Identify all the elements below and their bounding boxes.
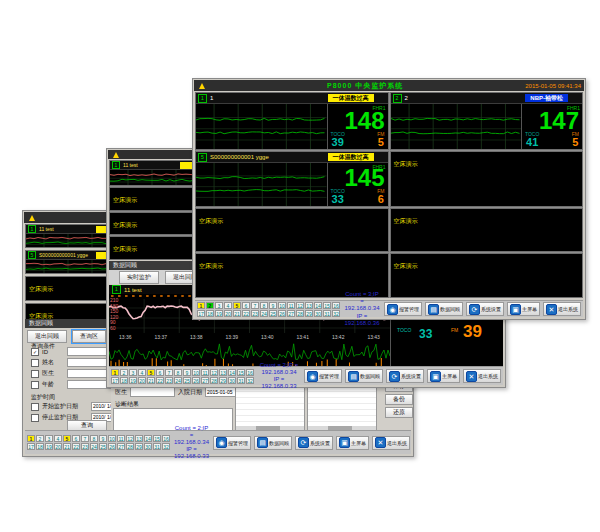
bed-select-cell-4[interactable]: 4 [224, 302, 232, 309]
start-date-checkbox[interactable] [31, 403, 39, 411]
bed-select-cell-19[interactable]: 19 [45, 443, 53, 450]
data-review-button[interactable]: ▤数据回顾 [254, 436, 292, 450]
bed-select-cell-2[interactable]: 2 [206, 302, 214, 309]
bed-select-cell-30[interactable]: 30 [144, 443, 152, 450]
bed-select-cell-9[interactable]: 9 [99, 435, 107, 442]
bed-select-cell-22[interactable]: 22 [156, 377, 164, 384]
bed-select-cell-20[interactable]: 20 [54, 443, 62, 450]
bed-select-cell-3[interactable]: 3 [129, 369, 137, 376]
bed-select-cell-26[interactable]: 26 [108, 443, 116, 450]
bed-select-cell-24[interactable]: 24 [260, 310, 268, 317]
bed-select-cell-27[interactable]: 27 [287, 310, 295, 317]
bed-select-cell-16[interactable]: 16 [332, 302, 340, 309]
bed-select-cell-3[interactable]: 3 [45, 435, 53, 442]
bed-select-cell-29[interactable]: 29 [219, 377, 227, 384]
bed-select-cell-17[interactable]: 17 [197, 310, 205, 317]
bed-select-cell-7[interactable]: 7 [251, 302, 259, 309]
system-settings-button[interactable]: ⟳系统设置 [466, 302, 504, 316]
bed-select-cell-28[interactable]: 28 [126, 443, 134, 450]
bed-select-cell-30[interactable]: 30 [314, 310, 322, 317]
bed-select-cell-1[interactable]: 1 [197, 302, 205, 309]
tab-data-review[interactable]: 数据回顾 [25, 319, 109, 328]
bed-select-cell-18[interactable]: 18 [120, 377, 128, 384]
bed-select-cell-25[interactable]: 25 [183, 377, 191, 384]
backup-button[interactable]: 备份 [385, 394, 413, 405]
bed-select-cell-29[interactable]: 29 [305, 310, 313, 317]
main-screen-button[interactable]: ▣主屏幕 [507, 302, 540, 316]
id-checkbox[interactable]: ✓ [31, 348, 39, 356]
bed-select-cell-12[interactable]: 12 [296, 302, 304, 309]
bed-select-cell-29[interactable]: 29 [135, 443, 143, 450]
bed-select-cell-21[interactable]: 21 [63, 443, 71, 450]
alarm-manage-button[interactable]: ◉报警管理 [304, 369, 342, 383]
bed-select-cell-1[interactable]: 1 [111, 369, 119, 376]
bed-panel-1[interactable]: 1 1 一体温数过高 FHR1 148 TOCO39 FM5 [195, 92, 389, 150]
bed-select-cell-30[interactable]: 30 [228, 377, 236, 384]
bed-select-cell-14[interactable]: 14 [314, 302, 322, 309]
bed-select-cell-11[interactable]: 11 [201, 369, 209, 376]
bed-select-cell-10[interactable]: 10 [108, 435, 116, 442]
bed-select-cell-24[interactable]: 24 [90, 443, 98, 450]
bed-select-cell-5[interactable]: 5 [147, 369, 155, 376]
bed-select-cell-7[interactable]: 7 [165, 369, 173, 376]
query-area-button[interactable]: 查询区 [72, 330, 106, 343]
bed-select-cell-25[interactable]: 25 [269, 310, 277, 317]
bed-select-cell-8[interactable]: 8 [90, 435, 98, 442]
bed-panel-5[interactable]: 5 S000000000001 ygge 一体温数过高 FHR1 145 TOC… [195, 151, 389, 207]
bed-select-cell-31[interactable]: 31 [323, 310, 331, 317]
bed-select-cell-15[interactable]: 15 [237, 369, 245, 376]
system-settings-button[interactable]: ⟳系统设置 [386, 369, 424, 383]
bed-select-cell-13[interactable]: 13 [135, 435, 143, 442]
data-review-button[interactable]: ▤数据回顾 [425, 302, 463, 316]
bed-select-cell-24[interactable]: 24 [174, 377, 182, 384]
bed-select-cell-26[interactable]: 26 [192, 377, 200, 384]
bed-select-cell-17[interactable]: 17 [27, 443, 35, 450]
bed-select-cell-12[interactable]: 12 [126, 435, 134, 442]
bed-select-cell-22[interactable]: 22 [72, 443, 80, 450]
bed-select-cell-18[interactable]: 18 [36, 443, 44, 450]
bed-select-cell-32[interactable]: 32 [246, 377, 254, 384]
bed-select-cell-23[interactable]: 23 [251, 310, 259, 317]
bed-select-cell-3[interactable]: 3 [215, 302, 223, 309]
bed-panel-5[interactable]: 5 S000000000001 ygge [25, 250, 111, 274]
bed-select-cell-31[interactable]: 31 [153, 443, 161, 450]
bed-select-cell-19[interactable]: 19 [215, 310, 223, 317]
bed-select-cell-5[interactable]: 5 [233, 302, 241, 309]
bed-select-cell-7[interactable]: 7 [81, 435, 89, 442]
exit-system-button[interactable]: ✕退出系统 [463, 369, 501, 383]
bed-select-cell-23[interactable]: 23 [81, 443, 89, 450]
bed-select-cell-14[interactable]: 14 [144, 435, 152, 442]
bed-select-cell-21[interactable]: 21 [147, 377, 155, 384]
bed-select-cell-27[interactable]: 27 [201, 377, 209, 384]
bed-select-cell-32[interactable]: 32 [332, 310, 340, 317]
diagnosis-textarea[interactable] [113, 408, 233, 431]
bed-select-cell-8[interactable]: 8 [260, 302, 268, 309]
bed-select-cell-15[interactable]: 15 [153, 435, 161, 442]
result-list-right[interactable] [307, 385, 377, 431]
bed-select-cell-20[interactable]: 20 [138, 377, 146, 384]
bed-select-cell-16[interactable]: 16 [162, 435, 170, 442]
bed-select-cell-10[interactable]: 10 [278, 302, 286, 309]
bed-select-cell-6[interactable]: 6 [242, 302, 250, 309]
main-screen-button[interactable]: ▣主屏幕 [427, 369, 460, 383]
exit-system-button[interactable]: ✕退出系统 [372, 436, 410, 450]
bed-select-cell-26[interactable]: 26 [278, 310, 286, 317]
bed-select-cell-11[interactable]: 11 [117, 435, 125, 442]
bed-select-cell-25[interactable]: 25 [99, 443, 107, 450]
alarm-manage-button[interactable]: ◉报警管理 [213, 436, 251, 450]
bed-select-cell-27[interactable]: 27 [117, 443, 125, 450]
bed-select-cell-5[interactable]: 5 [63, 435, 71, 442]
bed-select-cell-12[interactable]: 12 [210, 369, 218, 376]
bed-select-cell-14[interactable]: 14 [228, 369, 236, 376]
bed-select-cell-15[interactable]: 15 [323, 302, 331, 309]
exit-system-button[interactable]: ✕退出系统 [543, 302, 581, 316]
alarm-manage-button[interactable]: ◉报警管理 [384, 302, 422, 316]
data-review-button[interactable]: ▤数据回顾 [345, 369, 383, 383]
bed-select-cell-9[interactable]: 9 [269, 302, 277, 309]
bed-select-cell-2[interactable]: 2 [120, 369, 128, 376]
bed-select-cell-4[interactable]: 4 [138, 369, 146, 376]
bed-select-cell-1[interactable]: 1 [27, 435, 35, 442]
bed-select-cell-32[interactable]: 32 [162, 443, 170, 450]
bed-select-cell-23[interactable]: 23 [165, 377, 173, 384]
main-screen-button[interactable]: ▣主屏幕 [336, 436, 369, 450]
